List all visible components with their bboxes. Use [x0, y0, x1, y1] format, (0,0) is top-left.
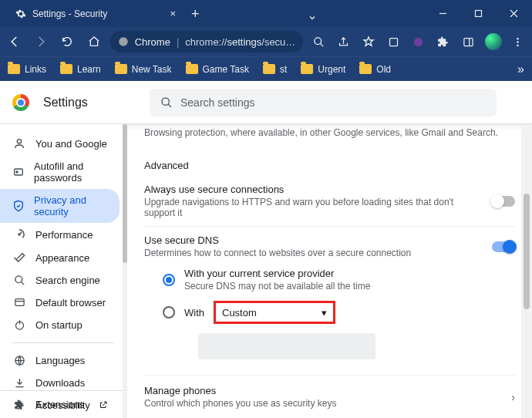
sidebar-item-languages[interactable]: Languages: [0, 349, 127, 372]
svg-point-8: [517, 37, 520, 39]
url-host-label: Chrome: [135, 36, 170, 48]
bookmarks-overflow-icon[interactable]: »: [517, 62, 524, 76]
browser-toolbar: Chrome | chrome://settings/secu…: [0, 27, 532, 56]
external-link-icon: [99, 400, 108, 410]
bookmark-links[interactable]: Links: [8, 64, 46, 75]
svg-point-10: [517, 44, 520, 46]
bookmarks-bar: Links Learn New Task Game Task st Urgent…: [0, 56, 532, 81]
sidebar-item-extensions[interactable]: Extensions: [0, 391, 127, 418]
folder-icon: [115, 64, 127, 74]
content-scrollbar[interactable]: [521, 124, 532, 418]
search-placeholder: Search settings: [180, 96, 255, 109]
toggle-secure-dns[interactable]: [492, 241, 515, 252]
svg-rect-4: [389, 38, 397, 46]
address-bar[interactable]: Chrome | chrome://settings/secu…: [110, 31, 304, 52]
settings-sidebar: You and Google Autofill and passwords Pr…: [0, 124, 127, 418]
svg-rect-6: [464, 38, 473, 46]
browser-icon: [12, 297, 26, 308]
svg-point-16: [15, 276, 22, 283]
speed-icon: [12, 228, 26, 241]
radio-with-provider[interactable]: With Custom ▾: [163, 296, 515, 329]
share-icon[interactable]: [335, 32, 353, 52]
menu-icon[interactable]: [509, 32, 527, 52]
bookmark-old[interactable]: Old: [359, 64, 391, 75]
folder-icon: [60, 64, 72, 74]
forward-button[interactable]: [31, 31, 51, 52]
autofill-icon: [12, 166, 25, 178]
extension-icon-2[interactable]: [409, 32, 428, 52]
folder-icon: [359, 64, 372, 74]
bookmark-learn[interactable]: Learn: [60, 64, 101, 75]
svg-point-12: [17, 140, 21, 143]
search-settings-input[interactable]: Search settings: [150, 89, 497, 116]
row-secure-dns: Use secure DNS Determines how to connect…: [144, 226, 515, 375]
svg-point-3: [315, 37, 322, 44]
folder-icon: [301, 64, 313, 74]
sidebar-item-appearance[interactable]: Appearance: [0, 246, 127, 269]
close-tab-icon[interactable]: ×: [170, 8, 176, 19]
radio-current-provider[interactable]: With your current service provider Secur…: [163, 263, 515, 296]
window-titlebar: Settings - Security × +: [0, 0, 532, 27]
extension-icon-1[interactable]: [384, 32, 402, 52]
profile-avatar[interactable]: [483, 32, 502, 52]
extensions-puzzle-icon[interactable]: [434, 32, 453, 52]
chrome-icon: [118, 36, 129, 47]
sidebar-item-on-startup[interactable]: On startup: [0, 314, 127, 336]
download-icon: [12, 377, 26, 389]
tab-title: Settings - Security: [32, 8, 107, 19]
chevron-right-icon: ›: [511, 391, 515, 403]
svg-point-9: [517, 41, 520, 43]
search-icon: [12, 275, 26, 286]
bookmark-gametask[interactable]: Game Task: [186, 64, 249, 75]
sidebar-item-autofill[interactable]: Autofill and passwords: [0, 155, 127, 189]
sidebar-item-you-and-google[interactable]: You and Google: [0, 132, 127, 155]
shield-icon: [12, 200, 25, 212]
svg-point-14: [16, 171, 18, 173]
radio-icon: [163, 306, 175, 319]
chrome-logo-icon: [12, 94, 29, 111]
settings-content: Browsing protection, where available, in…: [127, 124, 532, 418]
svg-point-15: [19, 234, 20, 235]
dns-custom-input[interactable]: [198, 333, 375, 359]
palette-icon: [12, 251, 26, 264]
reload-button[interactable]: [57, 31, 77, 52]
svg-rect-13: [15, 169, 23, 175]
settings-header: Settings Search settings: [0, 81, 532, 124]
window-controls: [426, 0, 532, 27]
new-tab-button[interactable]: +: [191, 6, 200, 27]
search-icon[interactable]: [309, 32, 328, 52]
person-icon: [12, 137, 26, 150]
sidebar-item-performance[interactable]: Performance: [0, 223, 127, 246]
row-manage-phones[interactable]: Manage phones Control which phones you u…: [144, 375, 515, 418]
tab-search-icon[interactable]: [303, 13, 322, 27]
sidebar-item-search-engine[interactable]: Search engine: [0, 269, 127, 292]
toggle-always-https[interactable]: [492, 196, 515, 207]
bookmark-star-icon[interactable]: [359, 32, 378, 52]
gear-icon: [15, 8, 26, 19]
browser-tab[interactable]: Settings - Security ×: [6, 0, 184, 27]
svg-point-11: [162, 98, 169, 105]
row-always-https: Always use secure connections Upgrade na…: [144, 176, 515, 226]
maximize-button[interactable]: [461, 0, 497, 27]
sidebar-item-privacy[interactable]: Privacy and security: [0, 189, 120, 223]
globe-icon: [12, 355, 26, 366]
svg-rect-17: [15, 299, 23, 306]
minimize-button[interactable]: [426, 0, 461, 27]
folder-icon: [8, 64, 20, 74]
section-advanced: Advanced: [144, 149, 515, 176]
page-title: Settings: [43, 96, 88, 110]
bookmark-st[interactable]: st: [263, 64, 287, 75]
svg-point-2: [119, 37, 128, 46]
close-window-button[interactable]: [497, 0, 532, 27]
sidebar-item-default-browser[interactable]: Default browser: [0, 292, 127, 314]
puzzle-icon: [12, 399, 26, 410]
bookmark-urgent[interactable]: Urgent: [301, 64, 345, 75]
bookmark-newtask[interactable]: New Task: [115, 64, 172, 75]
sidepanel-icon[interactable]: [459, 32, 477, 52]
home-button[interactable]: [83, 31, 103, 52]
back-button[interactable]: [5, 31, 25, 52]
radio-icon: [163, 274, 175, 286]
dns-provider-dropdown[interactable]: Custom ▾: [214, 301, 335, 324]
folder-icon: [263, 64, 275, 74]
svg-point-5: [414, 37, 423, 46]
